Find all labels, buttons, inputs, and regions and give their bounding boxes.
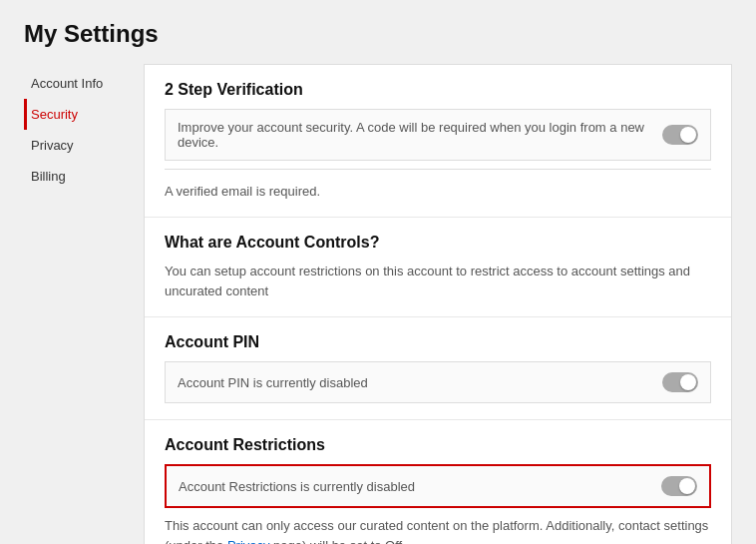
page-wrapper: My Settings Account Info Security Privac… bbox=[0, 0, 756, 544]
account-restrictions-title: Account Restrictions bbox=[165, 436, 711, 454]
sidebar-item-account-info[interactable]: Account Info bbox=[24, 68, 144, 99]
two-step-toggle[interactable] bbox=[662, 125, 698, 145]
account-restrictions-info: This account can only access our curated… bbox=[165, 516, 711, 544]
two-step-toggle-row: Improve your account security. A code wi… bbox=[165, 109, 711, 161]
verified-email-text: A verified email is required. bbox=[165, 178, 711, 201]
content-area: 2 Step Verification Improve your account… bbox=[144, 64, 732, 544]
restrictions-info-after: page) will be set to Off. bbox=[270, 538, 406, 545]
sidebar: Account Info Security Privacy Billing bbox=[24, 64, 144, 544]
account-controls-desc: You can setup account restrictions on th… bbox=[165, 262, 711, 300]
two-step-title: 2 Step Verification bbox=[165, 81, 711, 99]
account-restrictions-toggle[interactable] bbox=[661, 476, 697, 496]
page-title: My Settings bbox=[24, 20, 732, 48]
privacy-link[interactable]: Privacy bbox=[227, 538, 270, 545]
sidebar-item-security[interactable]: Security bbox=[24, 99, 144, 130]
account-pin-title: Account PIN bbox=[165, 333, 711, 351]
two-step-section: 2 Step Verification Improve your account… bbox=[145, 65, 731, 218]
account-pin-toggle-row: Account PIN is currently disabled bbox=[165, 361, 711, 403]
sidebar-item-billing[interactable]: Billing bbox=[24, 161, 144, 192]
two-step-toggle-text: Improve your account security. A code wi… bbox=[178, 120, 662, 150]
account-controls-title: What are Account Controls? bbox=[165, 234, 711, 252]
two-step-divider bbox=[165, 169, 711, 170]
account-restrictions-toggle-row: Account Restrictions is currently disabl… bbox=[165, 464, 711, 508]
main-layout: Account Info Security Privacy Billing 2 … bbox=[24, 64, 732, 544]
account-restrictions-section: Account Restrictions Account Restriction… bbox=[145, 420, 731, 544]
account-pin-toggle-text: Account PIN is currently disabled bbox=[178, 375, 662, 390]
account-pin-section: Account PIN Account PIN is currently dis… bbox=[145, 317, 731, 420]
account-pin-toggle[interactable] bbox=[662, 372, 698, 392]
account-controls-section: What are Account Controls? You can setup… bbox=[145, 218, 731, 317]
account-restrictions-toggle-text: Account Restrictions is currently disabl… bbox=[179, 479, 661, 494]
sidebar-item-privacy[interactable]: Privacy bbox=[24, 130, 144, 161]
